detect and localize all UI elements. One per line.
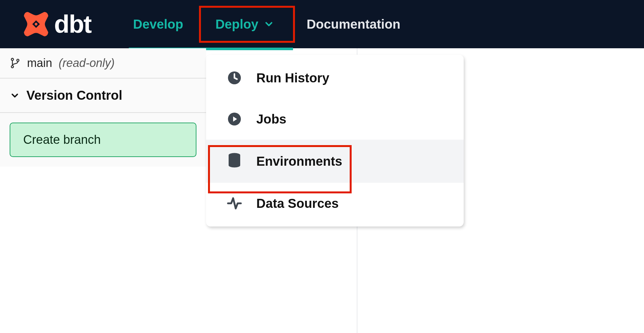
nav-deploy[interactable]: Deploy <box>199 0 290 48</box>
branch-indicator[interactable]: main (read-only) <box>0 48 206 79</box>
chevron-down-icon <box>263 19 274 30</box>
database-icon <box>225 153 243 170</box>
deploy-menu-jobs[interactable]: Jobs <box>206 98 464 140</box>
nav-documentation[interactable]: Documentation <box>290 0 416 48</box>
svg-point-3 <box>17 59 19 61</box>
chevron-down-icon <box>10 90 20 101</box>
git-branch-icon <box>10 57 21 69</box>
brand-logo[interactable]: dbt <box>23 10 91 39</box>
deploy-menu-item-label: Run History <box>256 71 329 85</box>
deploy-menu-data-sources[interactable]: Data Sources <box>206 183 464 224</box>
activity-icon <box>225 196 243 211</box>
top-nav: dbt Develop Deploy Documentation <box>0 0 644 48</box>
version-control-header: Version Control <box>26 88 122 103</box>
create-branch-button[interactable]: Create branch <box>10 123 196 157</box>
svg-point-1 <box>11 58 14 60</box>
sidebar: main (read-only) Version Control Create … <box>0 48 206 167</box>
create-branch-wrap: Create branch <box>0 113 206 167</box>
dbt-logo-icon <box>23 11 50 38</box>
svg-point-2 <box>11 66 14 68</box>
play-circle-icon <box>225 111 243 127</box>
branch-name: main <box>27 56 52 70</box>
branch-readonly-label: (read-only) <box>59 56 115 70</box>
nav-develop-label: Develop <box>133 17 183 32</box>
create-branch-label: Create branch <box>23 133 101 146</box>
page-body: main (read-only) Version Control Create … <box>0 48 644 333</box>
brand-name: dbt <box>54 10 91 39</box>
deploy-menu-run-history[interactable]: Run History <box>206 57 464 98</box>
deploy-menu-item-label: Jobs <box>256 112 286 126</box>
nav-deploy-label: Deploy <box>215 17 258 32</box>
deploy-menu-item-label: Environments <box>256 154 342 169</box>
deploy-menu-environments[interactable]: Environments <box>206 140 464 183</box>
svg-point-0 <box>35 23 37 25</box>
nav-documentation-label: Documentation <box>307 17 400 32</box>
clock-icon <box>225 70 243 86</box>
deploy-menu-item-label: Data Sources <box>256 196 339 211</box>
nav-items: Develop Deploy Documentation <box>117 0 416 48</box>
deploy-dropdown: Run History Jobs Environments Data Sourc… <box>206 55 464 227</box>
nav-develop[interactable]: Develop <box>117 0 199 48</box>
version-control-toggle[interactable]: Version Control <box>0 79 206 113</box>
